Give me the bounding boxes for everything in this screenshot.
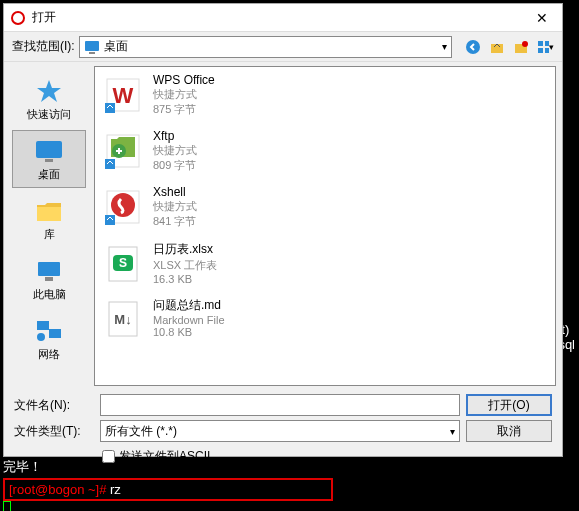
- filetype-value: 所有文件 (*.*): [105, 423, 177, 440]
- file-size: 809 字节: [153, 158, 197, 173]
- svg-rect-9: [538, 48, 543, 53]
- file-type: 快捷方式: [153, 87, 215, 102]
- file-item[interactable]: Xftp 快捷方式 809 字节: [95, 123, 555, 179]
- svg-point-18: [37, 333, 45, 341]
- terminal-prompt-highlight: [root@bogon ~]# rz: [3, 478, 333, 501]
- md-icon: M↓: [103, 298, 143, 338]
- svg-rect-12: [45, 159, 53, 162]
- computer-icon: [33, 257, 65, 285]
- file-item[interactable]: W WPS Office 快捷方式 875 字节: [95, 67, 555, 123]
- svg-rect-15: [45, 277, 53, 281]
- file-name: WPS Office: [153, 73, 215, 87]
- file-name: 问题总结.md: [153, 297, 225, 314]
- up-icon[interactable]: [488, 38, 506, 56]
- file-size: 875 字节: [153, 102, 215, 117]
- svg-rect-16: [37, 321, 49, 330]
- terminal-prompt: [root@bogon ~]#: [9, 482, 110, 497]
- open-dialog: 打开 ✕ 查找范围(I): 桌面 ▾ ▾ 快速访问 桌面: [3, 3, 563, 457]
- svg-point-6: [522, 41, 528, 47]
- file-type: 快捷方式: [153, 199, 197, 214]
- close-button[interactable]: ✕: [528, 8, 556, 28]
- xshell-icon: [103, 187, 143, 227]
- terminal[interactable]: 完毕！ [root@bogon ~]# rz: [3, 458, 576, 511]
- sidebar-item-network[interactable]: 网络: [12, 310, 86, 368]
- desktop-icon: [84, 40, 100, 54]
- sidebar-item-thispc[interactable]: 此电脑: [12, 250, 86, 308]
- svg-rect-13: [37, 207, 61, 221]
- svg-rect-11: [36, 141, 62, 158]
- lookin-label: 查找范围(I):: [12, 38, 75, 55]
- lookin-combo[interactable]: 桌面 ▾: [79, 36, 452, 58]
- back-icon[interactable]: [464, 38, 482, 56]
- svg-rect-1: [85, 41, 99, 51]
- view-icon[interactable]: ▾: [536, 38, 554, 56]
- svg-point-3: [466, 40, 480, 54]
- filetype-label: 文件类型(T):: [14, 423, 94, 440]
- lookin-value: 桌面: [104, 38, 128, 55]
- places-sidebar: 快速访问 桌面 库 此电脑 网络: [4, 62, 94, 390]
- network-icon: [33, 317, 65, 345]
- sidebar-item-desktop[interactable]: 桌面: [12, 130, 86, 188]
- file-name: Xshell: [153, 185, 197, 199]
- file-size: 841 字节: [153, 214, 197, 229]
- filetype-combo[interactable]: 所有文件 (*.*) ▾: [100, 420, 460, 442]
- sidebar-label: 桌面: [38, 167, 60, 182]
- svg-point-0: [12, 12, 24, 24]
- titlebar: 打开 ✕: [4, 4, 562, 32]
- svg-text:S: S: [119, 256, 127, 270]
- file-item[interactable]: M↓ 问题总结.md Markdown File 10.8 KB: [95, 291, 555, 344]
- lookin-row: 查找范围(I): 桌面 ▾ ▾: [4, 32, 562, 62]
- file-size: 16.3 KB: [153, 273, 217, 285]
- file-type: 快捷方式: [153, 143, 197, 158]
- folder-icon: [33, 197, 65, 225]
- file-name: Xftp: [153, 129, 197, 143]
- sidebar-item-quick[interactable]: 快速访问: [12, 70, 86, 128]
- xlsx-icon: S: [103, 243, 143, 283]
- file-list[interactable]: W WPS Office 快捷方式 875 字节 Xftp 快捷方式 809 字…: [94, 66, 556, 386]
- app-icon: [10, 10, 26, 26]
- filename-label: 文件名(N):: [14, 397, 94, 414]
- sidebar-label: 库: [44, 227, 55, 242]
- chevron-down-icon: ▾: [450, 426, 455, 437]
- wps-icon: W: [103, 75, 143, 115]
- terminal-command: rz: [110, 482, 121, 497]
- newfolder-icon[interactable]: [512, 38, 530, 56]
- filename-input[interactable]: [100, 394, 460, 416]
- sidebar-label: 快速访问: [27, 107, 71, 122]
- svg-rect-4: [491, 44, 503, 53]
- svg-text:W: W: [113, 83, 134, 108]
- svg-rect-2: [89, 52, 95, 54]
- svg-text:M↓: M↓: [114, 312, 131, 327]
- terminal-output: 完毕！: [3, 458, 576, 476]
- svg-rect-17: [49, 329, 61, 338]
- xftp-icon: [103, 131, 143, 171]
- sidebar-item-libraries[interactable]: 库: [12, 190, 86, 248]
- file-type: XLSX 工作表: [153, 258, 217, 273]
- dialog-title: 打开: [32, 9, 528, 26]
- cancel-button[interactable]: 取消: [466, 420, 552, 442]
- svg-rect-7: [538, 41, 543, 46]
- terminal-cursor: [3, 501, 11, 511]
- chevron-down-icon: ▾: [442, 41, 447, 52]
- desktop-icon: [33, 137, 65, 165]
- file-name: 日历表.xlsx: [153, 241, 217, 258]
- file-size: 10.8 KB: [153, 326, 225, 338]
- open-button[interactable]: 打开(O): [466, 394, 552, 416]
- svg-rect-14: [38, 262, 60, 276]
- sidebar-label: 此电脑: [33, 287, 66, 302]
- star-icon: [33, 77, 65, 105]
- file-type: Markdown File: [153, 314, 225, 326]
- sidebar-label: 网络: [38, 347, 60, 362]
- file-item[interactable]: S 日历表.xlsx XLSX 工作表 16.3 KB: [95, 235, 555, 291]
- file-item[interactable]: Xshell 快捷方式 841 字节: [95, 179, 555, 235]
